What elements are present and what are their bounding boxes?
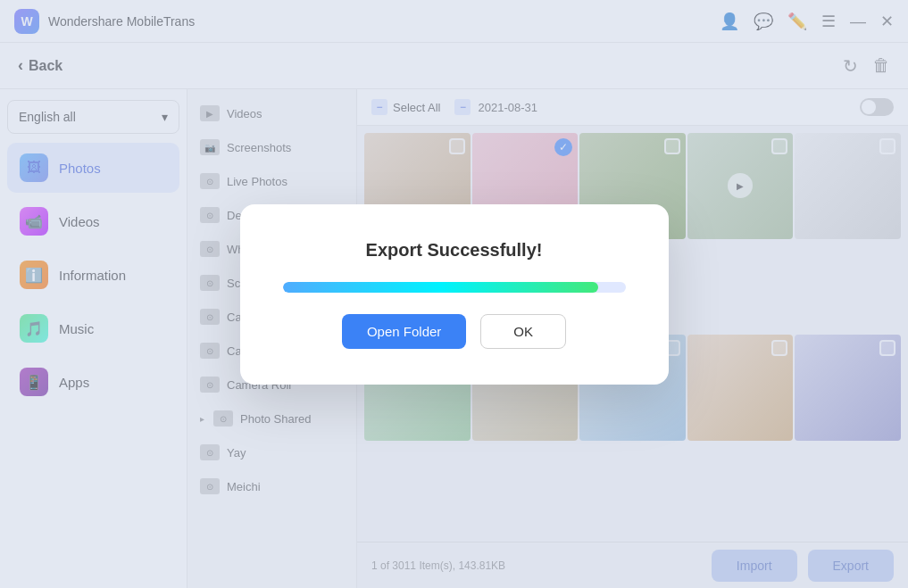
modal-overlay: Export Successfully! Open Folder OK [0,0,908,588]
open-folder-button[interactable]: Open Folder [342,314,466,349]
export-success-modal: Export Successfully! Open Folder OK [240,204,669,385]
progress-bar-fill [283,282,598,293]
modal-title: Export Successfully! [366,240,543,261]
modal-actions: Open Folder OK [283,314,626,349]
ok-button[interactable]: OK [480,314,566,349]
progress-bar-container [283,282,626,293]
